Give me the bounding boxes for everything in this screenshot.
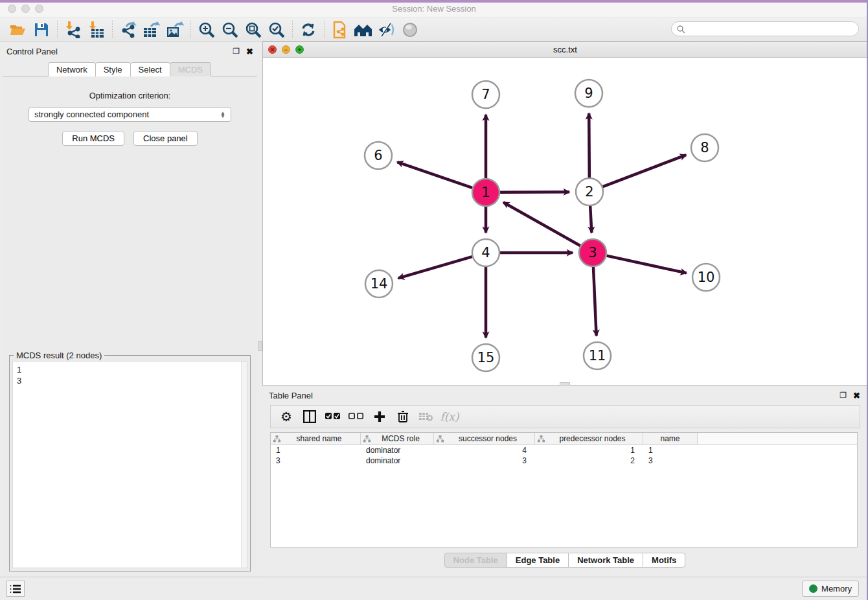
graph-edge-2-9[interactable] xyxy=(589,113,589,178)
network-resize-grip[interactable] xyxy=(560,382,570,386)
add-column-icon xyxy=(374,411,385,422)
export-table-icon xyxy=(143,21,161,38)
delete-table-icon xyxy=(419,411,433,422)
tab-node-table[interactable]: Node Table xyxy=(444,553,507,568)
close-panel-button[interactable]: Close panel xyxy=(133,131,198,146)
hide-selected-button[interactable] xyxy=(375,20,398,40)
refresh-layout-button[interactable] xyxy=(297,20,320,40)
result-scrollbar[interactable] xyxy=(241,362,247,568)
graph-edge-2-8[interactable] xyxy=(603,155,686,187)
export-network-button[interactable] xyxy=(117,20,140,40)
export-image-button[interactable] xyxy=(163,20,187,40)
cell-successor-nodes[interactable]: 3 xyxy=(434,456,535,466)
float-panel-icon[interactable]: ❐ xyxy=(233,47,240,56)
column-header-successor-nodes[interactable]: successor nodes xyxy=(434,433,535,444)
manual-layout-icon xyxy=(332,21,348,39)
zoom-selected-icon xyxy=(268,21,285,38)
open-session-button[interactable] xyxy=(6,20,30,40)
import-table-button[interactable] xyxy=(85,20,108,40)
search-box[interactable] xyxy=(671,21,859,36)
first-neighbors-icon xyxy=(354,23,373,37)
cell-mcds-role[interactable]: dominator xyxy=(361,456,434,466)
graph-edge-1-2[interactable] xyxy=(500,192,569,192)
cell-predecessor-nodes[interactable]: 1 xyxy=(535,445,643,456)
memory-status-dot-icon xyxy=(809,584,817,593)
tab-mcds[interactable]: MCDS xyxy=(170,62,211,76)
mcds-panel: Optimization criterion: strongly connect… xyxy=(3,76,257,577)
table-row[interactable]: 3 dominator 3 2 3 xyxy=(271,456,857,466)
toolbar-separator xyxy=(324,21,325,39)
show-column-button[interactable] xyxy=(299,407,320,426)
cell-name[interactable]: 1 xyxy=(643,445,698,456)
cell-name[interactable]: 3 xyxy=(643,456,698,466)
delete-column-button[interactable] xyxy=(393,407,413,426)
column-header-predecessor-nodes[interactable]: predecessor nodes xyxy=(535,433,643,444)
close-panel-icon[interactable]: ✖ xyxy=(246,47,253,56)
zoom-out-button[interactable] xyxy=(218,20,242,40)
criterion-select[interactable]: strongly connected component ▲▼ xyxy=(29,107,231,122)
zoom-in-button[interactable] xyxy=(195,20,218,40)
graph-node-label-3: 3 xyxy=(588,245,597,260)
tab-select[interactable]: Select xyxy=(130,62,170,76)
network-window: ✕ − + scc.txt 7968124314101511 xyxy=(262,41,868,386)
import-network-button[interactable] xyxy=(62,20,85,40)
table-header-row: shared name MCDS role successor nodes pr… xyxy=(271,433,857,445)
tab-network-table[interactable]: Network Table xyxy=(568,553,643,568)
import-table-icon xyxy=(89,21,104,38)
table-panel-title: Table Panel xyxy=(269,391,313,400)
export-table-button[interactable] xyxy=(140,20,163,40)
session-title: Session: New Session xyxy=(0,4,868,14)
table-options-button[interactable]: ⚙ xyxy=(276,407,297,426)
float-table-panel-icon[interactable]: ❐ xyxy=(839,391,847,400)
mcds-result-text[interactable]: 1 3 xyxy=(12,361,247,568)
hide-selected-icon xyxy=(378,22,396,38)
pane-divider-grip[interactable] xyxy=(258,341,262,351)
memory-label: Memory xyxy=(821,584,852,594)
manual-layout-button[interactable] xyxy=(328,20,352,40)
zoom-fit-icon xyxy=(245,21,262,38)
graph-edge-3-11[interactable] xyxy=(593,267,597,336)
tree-hierarchy-icon xyxy=(437,435,444,443)
memory-button[interactable]: Memory xyxy=(802,581,859,597)
first-neighbors-button[interactable] xyxy=(352,20,375,40)
export-network-icon xyxy=(120,21,137,38)
run-mcds-button[interactable]: Run MCDS xyxy=(62,131,124,146)
select-all-columns-button[interactable] xyxy=(323,407,343,426)
graph-edge-4-14[interactable] xyxy=(398,257,472,278)
tab-motifs[interactable]: Motifs xyxy=(643,553,685,568)
task-history-button[interactable] xyxy=(6,581,25,597)
search-input[interactable] xyxy=(685,25,858,34)
add-column-button[interactable] xyxy=(369,407,390,426)
zoom-selected-button[interactable] xyxy=(265,20,288,40)
delete-table-button[interactable] xyxy=(416,407,437,426)
cell-shared-name[interactable]: 1 xyxy=(271,445,361,456)
tab-style[interactable]: Style xyxy=(95,62,131,76)
cell-shared-name[interactable]: 3 xyxy=(271,456,361,466)
zoom-fit-button[interactable] xyxy=(242,20,265,40)
graph-edge-1-6[interactable] xyxy=(397,162,472,188)
function-builder-button[interactable]: f(x) xyxy=(439,407,460,426)
cell-mcds-role[interactable]: dominator xyxy=(361,445,434,456)
tree-hierarchy-icon xyxy=(273,435,280,443)
gray-sphere-button[interactable] xyxy=(398,20,422,40)
tab-network[interactable]: Network xyxy=(48,62,96,76)
graph-edge-2-3[interactable] xyxy=(590,206,591,233)
search-icon xyxy=(676,25,685,34)
network-canvas[interactable]: 7968124314101511 xyxy=(263,58,867,385)
tab-edge-table[interactable]: Edge Table xyxy=(507,553,569,568)
cell-successor-nodes[interactable]: 4 xyxy=(434,445,535,456)
table-row[interactable]: 1 dominator 4 1 1 xyxy=(271,445,857,456)
graph-edge-3-1[interactable] xyxy=(503,202,580,246)
close-table-panel-icon[interactable]: ✖ xyxy=(853,391,860,400)
column-header-shared-name[interactable]: shared name xyxy=(271,433,361,444)
deselect-all-columns-button[interactable] xyxy=(346,407,367,426)
column-header-mcds-role[interactable]: MCDS role xyxy=(361,433,434,444)
cell-predecessor-nodes[interactable]: 2 xyxy=(535,456,643,466)
table-panel: Table Panel ❐ ✖ ⚙ xyxy=(262,387,868,577)
network-window-titlebar[interactable]: ✕ − + scc.txt xyxy=(263,42,867,58)
network-window-title: scc.txt xyxy=(263,45,867,54)
workspace: Control Panel ❐ ✖ Network Style Select M… xyxy=(0,41,868,577)
save-session-button[interactable] xyxy=(30,20,53,40)
graph-edge-3-10[interactable] xyxy=(606,256,686,273)
column-header-name[interactable]: name xyxy=(643,433,698,444)
